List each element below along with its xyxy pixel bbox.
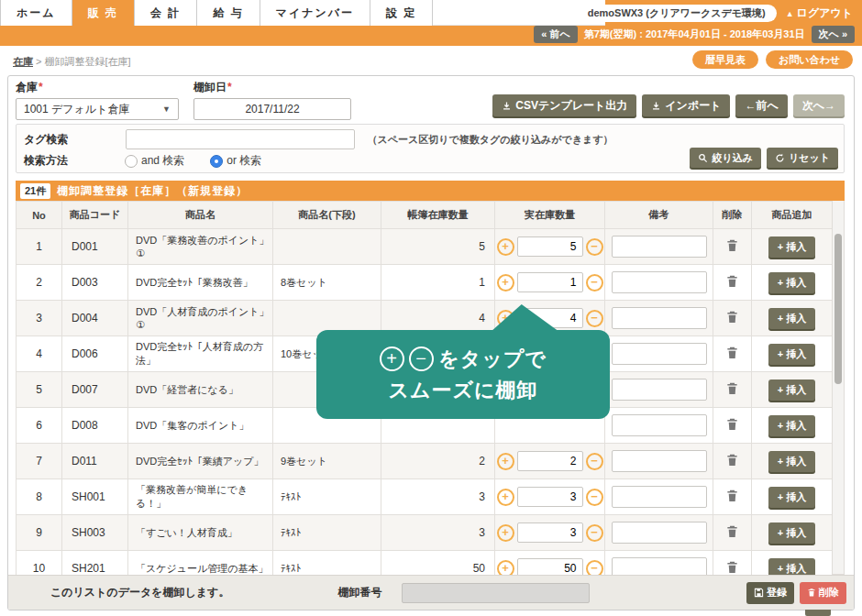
table-scrollbar[interactable] [832,201,845,575]
product-name: DVD完全ｾｯﾄ「業務改善」 [128,265,273,301]
trash-icon [807,588,816,598]
period-next-button[interactable]: 次へ » [812,26,855,43]
trash-icon[interactable] [724,236,741,258]
tab-sales[interactable]: 販 売 [72,0,135,26]
csv-template-label: CSVテンプレート出力 [515,98,627,114]
plus-circle-icon[interactable]: + [497,489,514,506]
note-input[interactable] [612,236,707,258]
table-row: 2 D003 DVD完全ｾｯﾄ「業務改善」 8巻セット 1 + − [16,265,832,301]
and-search-radio[interactable]: and 検索 [125,153,184,169]
logout-icon: ▲ [786,9,794,18]
stocktake-date-input[interactable] [193,98,351,120]
minus-circle-icon[interactable]: − [586,453,603,470]
breadcrumb-link-stock[interactable]: 在庫 [13,56,33,67]
insert-label: 挿入 [786,384,806,395]
minus-circle-icon[interactable]: − [586,489,603,506]
prev-page-button[interactable]: ←前へ [735,94,787,116]
insert-row-button[interactable]: + 挿入 [768,236,815,258]
delete-all-button[interactable]: 削除 [800,582,846,604]
row-number: 4 [17,336,62,372]
insert-row-button[interactable]: + 挿入 [768,380,815,401]
plus-circle-icon[interactable]: + [497,453,514,470]
plus-circle-icon[interactable]: + [497,274,514,292]
trash-icon[interactable] [724,415,741,436]
csv-template-button[interactable]: CSVテンプレート出力 [492,94,636,116]
and-search-label: and 検索 [141,153,184,169]
delete-cell [713,265,752,301]
delete-cell [713,372,752,408]
note-input[interactable] [612,379,707,401]
tab-settings[interactable]: 設 定 [370,0,433,26]
minus-circle-icon[interactable]: − [586,238,603,256]
add-product-cell: + 挿入 [752,301,833,336]
actual-quantity-cell: + − [495,265,605,301]
insert-row-button[interactable]: + 挿入 [768,451,815,472]
trash-icon[interactable] [724,308,741,329]
tab-mynumber[interactable]: マイナンバー [260,0,370,26]
trash-icon[interactable] [724,522,741,544]
period-prev-button[interactable]: « 前へ [534,26,577,43]
or-search-label: or 検索 [227,153,261,169]
note-cell [605,265,713,301]
product-subname: ﾃｷｽﾄ [273,515,381,551]
tab-payroll[interactable]: 給 与 [197,0,260,26]
insert-row-button[interactable]: + 挿入 [768,308,815,329]
trash-icon[interactable] [724,487,741,508]
trash-icon[interactable] [724,451,741,472]
tab-accounting[interactable]: 会 計 [135,0,197,26]
table-row: 7 D011 DVD完全ｾｯﾄ「業績アップ」 9巻セット 2 + − [16,444,832,479]
footer-message: このリストのデータを棚卸します。 [50,585,229,600]
trash-icon[interactable] [724,272,741,293]
actual-quantity-input[interactable] [517,272,583,292]
apply-filter-button[interactable]: 絞り込み [690,148,761,168]
insert-row-button[interactable]: + 挿入 [768,487,815,508]
note-input[interactable] [612,522,707,544]
row-number: 2 [17,265,62,301]
note-input[interactable] [612,486,707,508]
insert-row-button[interactable]: + 挿入 [768,344,815,365]
scrollbar-thumb[interactable] [834,234,842,384]
note-input[interactable] [612,307,707,329]
note-input[interactable] [612,343,707,365]
reset-icon [775,153,785,163]
trash-icon[interactable] [724,380,741,401]
or-search-radio[interactable]: or 検索 [210,153,261,169]
calendar-reference-button[interactable]: 暦早見表 [692,50,758,69]
warehouse-value: 1001 デフォルト倉庫 [24,102,129,117]
logout-button[interactable]: ▲ ログアウト [786,6,853,21]
logout-label: ログアウト [797,6,853,21]
row-number: 9 [17,515,62,551]
note-input[interactable] [612,271,707,293]
note-input[interactable] [612,450,707,472]
stocktake-number-input [402,583,590,603]
plus-circle-icon[interactable]: + [497,524,514,542]
register-button[interactable]: 登録 [746,582,794,604]
insert-label: 挿入 [786,420,806,431]
note-input[interactable] [612,414,707,436]
insert-row-button[interactable]: + 挿入 [768,272,815,293]
minus-circle-icon[interactable]: − [586,524,603,542]
tag-filter-box: タグ検索 （スペース区切りで複数タグの絞り込みができます） 検索方法 and 検… [16,124,845,173]
actual-quantity-input[interactable] [517,522,583,543]
actual-quantity-input[interactable] [517,487,583,507]
required-mark: * [39,81,43,94]
insert-row-button[interactable]: + 挿入 [768,415,815,436]
actual-quantity-input[interactable] [517,236,583,257]
minus-circle-icon[interactable]: − [586,274,603,292]
note-cell [605,336,713,372]
import-button[interactable]: インポート [642,94,730,116]
tag-search-input[interactable] [126,129,355,149]
tab-home[interactable]: ホーム [0,0,72,26]
insert-row-button[interactable]: + 挿入 [768,522,815,544]
note-cell [605,515,713,551]
reset-button[interactable]: リセット [767,148,838,168]
next-page-button[interactable]: 次へ→ [793,94,845,116]
breadcrumb: 在庫 > 棚卸調整登録[在庫] [13,55,131,69]
warehouse-select[interactable]: 1001 デフォルト倉庫 ▼ [16,98,179,120]
contact-button[interactable]: お問い合わせ [766,50,853,69]
minus-circle-icon[interactable]: − [586,310,603,327]
trash-icon[interactable] [724,344,741,365]
actual-quantity-input[interactable] [517,451,583,471]
plus-circle-icon[interactable]: + [497,238,514,256]
prev-page-label: ←前へ [745,98,778,114]
